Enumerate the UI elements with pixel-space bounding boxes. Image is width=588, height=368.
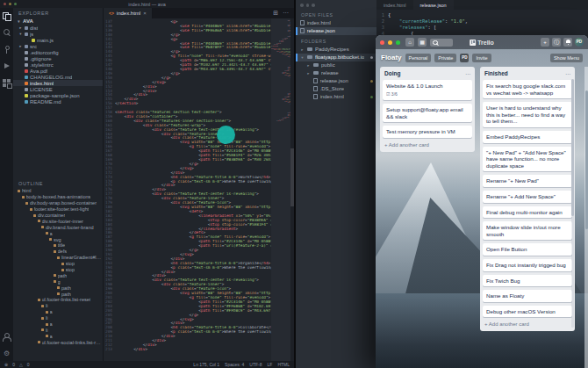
status-encoding[interactable]: UTF-8 xyxy=(249,362,262,367)
outline-item[interactable]: footer.site-footer.text-light xyxy=(13,206,103,213)
folder-tree-item[interactable]: .DS_Store xyxy=(296,85,376,93)
errors-count[interactable]: 0 xyxy=(12,362,15,367)
folder-tree-item[interactable]: index.html xyxy=(296,93,376,101)
code-editor[interactable]: 137 <g>138 <use fill="#404B69" xlink:hre… xyxy=(104,18,294,361)
card[interactable]: Final debug multi-monitor again xyxy=(483,206,572,219)
outline-item[interactable]: li xyxy=(13,315,103,321)
errors-icon[interactable]: ⊗ xyxy=(4,362,8,367)
folder-tree-item[interactable]: ▸release xyxy=(296,69,376,77)
warnings-icon[interactable]: △ xyxy=(19,362,23,367)
explorer-item[interactable]: ▸dist xyxy=(13,25,103,31)
folder-tree-item[interactable]: ▸PaddyRecipes xyxy=(296,46,376,54)
card[interactable]: Fix Twich Bug xyxy=(483,275,572,287)
tab-index-html[interactable]: <> index.html × xyxy=(104,8,153,18)
list-title[interactable]: Finished xyxy=(484,70,508,76)
create-plus-icon[interactable]: + xyxy=(541,38,549,47)
code-area[interactable]: 137 <g>138 <use fill="#404B69" xlink:hre… xyxy=(104,18,271,361)
explorer-item[interactable]: README.md xyxy=(13,98,103,105)
explorer-icon[interactable] xyxy=(3,12,11,20)
outline-item[interactable]: a xyxy=(13,333,103,339)
card[interactable]: Open File Button xyxy=(483,243,572,256)
code-line[interactable]: 3 "releases": [ xyxy=(376,25,588,31)
folder-tree-item[interactable]: ▾floatyapp.bitbucket.io xyxy=(296,54,376,61)
code-line[interactable]: 1{ xyxy=(376,12,588,18)
visibility-button[interactable]: Private xyxy=(434,54,456,62)
card[interactable]: Rename "+ New Pad" xyxy=(483,175,572,187)
explorer-item[interactable]: main.js xyxy=(13,37,103,43)
outline-item[interactable]: linearGradient#logo-gradient xyxy=(13,255,103,261)
explorer-item[interactable]: ▾js xyxy=(13,31,103,37)
card[interactable]: "+ New Pad" + "Add New Space" have same … xyxy=(483,147,572,172)
list-title[interactable]: Doing xyxy=(384,70,400,76)
outline-item[interactable]: ul.footer-social-links.list-reset xyxy=(13,339,103,345)
card[interactable]: Setup support@floaty.app email && slack xyxy=(383,104,472,122)
explorer-item[interactable]: LICENSE xyxy=(13,86,103,92)
search-input[interactable] xyxy=(430,39,453,47)
browser-window-controls[interactable] xyxy=(380,40,400,45)
outline-item[interactable]: div.site-footer-inner xyxy=(13,218,103,224)
search-icon[interactable] xyxy=(3,29,11,37)
more-actions-icon[interactable]: ⋯ xyxy=(283,10,289,17)
outline-item[interactable]: path xyxy=(13,291,103,297)
user-avatar[interactable]: PD xyxy=(575,38,584,47)
explorer-item[interactable]: .stylelintrc xyxy=(13,61,103,68)
open-file-item[interactable]: index.html xyxy=(296,19,376,27)
minimize-window-icon[interactable] xyxy=(388,40,392,45)
card[interactable]: Embed PaddyRecipes xyxy=(483,131,572,143)
card[interactable]: Name as Floaty xyxy=(483,290,572,302)
folder-tree-item[interactable]: release.json xyxy=(296,77,376,85)
list-menu-icon[interactable]: ⋯ xyxy=(465,70,470,76)
outline-item[interactable]: a xyxy=(13,321,103,328)
minimap[interactable]: <g> <use fill="#404B69" xlink:href="#bub… xyxy=(271,18,290,361)
member-avatar[interactable]: PD xyxy=(460,54,469,62)
card[interactable]: Fix Drag not instantly trigged bug xyxy=(483,259,572,271)
outline-item[interactable]: div.brand.footer-brand xyxy=(13,224,103,230)
status-language[interactable]: HTML xyxy=(277,362,290,367)
outline-item[interactable]: svg xyxy=(13,236,103,242)
explorer-item[interactable]: .editorconfig xyxy=(13,49,103,55)
explorer-item[interactable]: package-sample.json xyxy=(13,92,103,98)
card[interactable]: Test memory pressure in VM xyxy=(383,126,472,138)
card[interactable]: Rename "+ Add New Space" xyxy=(483,191,572,203)
explorer-root-folder[interactable]: ▾ AVA xyxy=(13,18,103,25)
status-line-col[interactable]: Ln 175, Col 1 xyxy=(193,362,219,367)
outline-item[interactable]: a xyxy=(13,230,103,236)
code-line[interactable]: 213 </div> xyxy=(104,348,271,352)
outline-item[interactable]: stop xyxy=(13,267,103,273)
outline-item[interactable]: path xyxy=(13,285,103,291)
outline-item[interactable]: a xyxy=(13,309,103,315)
explorer-item[interactable]: CHANGELOG.md xyxy=(13,74,103,80)
invite-button[interactable]: Invite xyxy=(472,54,491,62)
outline-item[interactable]: li xyxy=(13,327,103,333)
boards-grid-icon[interactable]: ▦ xyxy=(418,38,427,47)
explorer-item[interactable]: index.html xyxy=(13,80,103,86)
close-window-icon[interactable] xyxy=(380,40,384,45)
run-debug-icon[interactable] xyxy=(3,62,11,70)
vscode-window-controls[interactable] xyxy=(4,3,17,5)
add-card-button[interactable]: + Add another card xyxy=(383,141,472,148)
show-menu-button[interactable]: Show Menu xyxy=(550,54,583,62)
explorer-item[interactable]: .gitignore xyxy=(13,55,103,61)
outline-item[interactable]: div.container xyxy=(13,213,103,219)
status-eol[interactable]: LF xyxy=(268,362,273,367)
outline-item[interactable]: stop xyxy=(13,261,103,267)
board-name[interactable]: Floaty xyxy=(381,54,402,61)
card[interactable]: Fix search bug google slack.com vs wecha… xyxy=(483,80,572,98)
info-icon[interactable]: ⓘ xyxy=(552,38,561,47)
warnings-count[interactable]: 0 xyxy=(27,362,30,367)
editor-scrollbar[interactable] xyxy=(290,18,294,361)
list-scrollbar[interactable] xyxy=(571,79,574,328)
outline-item[interactable]: li xyxy=(13,303,103,309)
folder-tree-item[interactable]: ▸public xyxy=(296,61,376,69)
close-icon[interactable]: × xyxy=(143,11,147,16)
settings-gear-icon[interactable]: ⚙ xyxy=(3,350,11,357)
extensions-icon[interactable] xyxy=(3,79,11,87)
account-icon[interactable] xyxy=(3,333,11,341)
outline-item[interactable]: body.is-boxed.has-animations xyxy=(13,194,103,200)
outline-item[interactable]: html xyxy=(13,188,103,194)
split-editor-icon[interactable]: ⊞ xyxy=(273,10,278,17)
sublime-tab[interactable]: release.json xyxy=(413,0,454,10)
outline-item[interactable]: ul.footer-links.list-reset xyxy=(13,297,103,303)
open-file-item[interactable]: release.json xyxy=(296,27,376,35)
outline-item[interactable]: g xyxy=(13,278,103,285)
